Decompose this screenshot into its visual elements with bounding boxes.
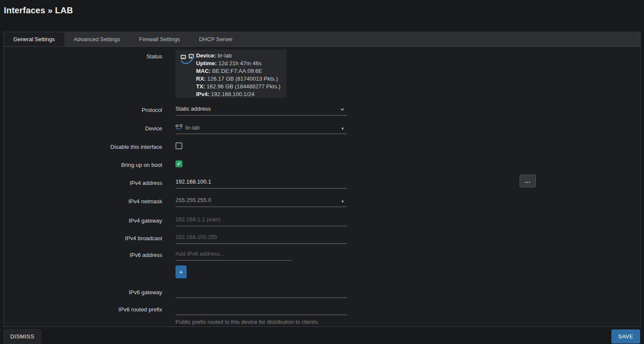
settings-tabbar: General Settings Advanced Settings Firew… <box>4 32 640 47</box>
status-uptime-value: 12d 21h 47m 46s <box>218 60 261 66</box>
tab-dhcp-server[interactable]: DHCP Server <box>190 32 242 46</box>
status-label: Status <box>4 53 162 60</box>
tab-general-settings[interactable]: General Settings <box>4 32 64 46</box>
ipv4-gateway-label: IPv4 gateway <box>4 217 162 224</box>
ipv4-broadcast-input[interactable] <box>175 233 347 244</box>
general-settings-panel: Status Device: br-lab Uptime: 12d 21h 47… <box>4 47 640 326</box>
ipv4-netmask-selected-value: 255.255.255.0 <box>175 197 211 203</box>
check-icon: ✓ <box>177 143 181 149</box>
status-mac-value: BE:DE:F7:AA:09:6E <box>212 68 262 74</box>
page-title: Interfaces » LAB <box>4 6 73 15</box>
status-ipv4-label: IPv4: <box>196 91 209 97</box>
ipv4-netmask-label: IPv4 netmask <box>4 198 162 205</box>
ipv6-routed-prefix-hint: Public prefix routed to this device for … <box>175 319 347 325</box>
tab-firewall-settings[interactable]: Firewall Settings <box>130 32 189 46</box>
status-rx-label: RX: <box>196 75 206 82</box>
status-ipv4-value: 192.168.100.1/24 <box>211 91 254 97</box>
status-rx: RX: 126.17 GB (81740013 Pkts.) <box>196 75 283 83</box>
status-tx: TX: 162.96 GB (184488277 Pkts.) <box>196 83 283 91</box>
chevron-down-icon <box>339 106 345 114</box>
status-device: Device: br-lab <box>196 52 283 60</box>
status-tx-label: TX: <box>196 83 205 90</box>
status-uptime-label: Uptime: <box>196 60 217 66</box>
caret-down-icon: ▼ <box>341 125 345 132</box>
ipv4-address-more-button[interactable]: ... <box>520 175 536 187</box>
caret-down-icon: ▼ <box>341 198 345 205</box>
bridge-device-icon <box>180 53 195 67</box>
ipv6-address-input[interactable] <box>175 250 291 261</box>
check-icon: ✓ <box>177 161 181 167</box>
device-label: Device <box>4 125 162 132</box>
protocol-label: Protocol <box>4 106 162 114</box>
device-selected-value: br-lab <box>185 124 200 131</box>
bridge-device-icon-small <box>175 124 183 132</box>
protocol-selected-value: Static address <box>175 106 211 112</box>
ipv6-address-add-button[interactable]: + <box>175 266 187 278</box>
device-select[interactable]: br-lab ▼ <box>175 123 347 134</box>
tab-advanced-settings[interactable]: Advanced Settings <box>64 32 130 46</box>
ipv4-broadcast-label: IPv4 broadcast <box>4 235 162 242</box>
ipv6-routed-prefix-input[interactable] <box>175 304 347 315</box>
ipv6-gateway-label: IPv6 gateway <box>4 289 162 296</box>
status-mac-label: MAC: <box>196 68 211 74</box>
status-uptime: Uptime: 12d 21h 47m 46s <box>196 60 283 67</box>
protocol-select[interactable]: Static address <box>175 105 347 116</box>
ipv6-routed-prefix-label: IPv6 routed prefix <box>4 306 162 313</box>
ipv4-gateway-input[interactable] <box>175 215 347 226</box>
ipv6-gateway-input[interactable] <box>175 287 347 298</box>
disable-interface-checkbox[interactable]: ✓ <box>175 142 182 149</box>
bring-up-on-boot-checkbox[interactable]: ✓ <box>175 160 182 167</box>
status-mac: MAC: BE:DE:F7:AA:09:6E <box>196 67 283 75</box>
interface-status-box: Device: br-lab Uptime: 12d 21h 47m 46s M… <box>175 50 287 98</box>
status-device-value: br-lab <box>218 52 232 59</box>
dismiss-button[interactable]: DISMISS <box>3 329 41 344</box>
ipv4-address-input[interactable] <box>175 178 347 189</box>
status-rx-value: 126.17 GB (81740013 Pkts.) <box>207 75 278 82</box>
disable-interface-label: Disable this interface <box>4 143 162 151</box>
bring-up-on-boot-label: Bring up on boot <box>4 161 162 169</box>
ipv4-netmask-select[interactable]: 255.255.255.0 ▼ <box>175 196 347 207</box>
status-device-label: Device: <box>196 52 216 59</box>
ipv6-address-label: IPv6 address <box>4 251 162 259</box>
ipv4-address-label: IPv4 address <box>4 179 162 187</box>
interface-edit-dialog: General Settings Advanced Settings Firew… <box>3 32 641 327</box>
status-ipv4: IPv4: 192.168.100.1/24 <box>196 91 283 98</box>
status-tx-value: 162.96 GB (184488277 Pkts.) <box>207 83 281 90</box>
save-button[interactable]: SAVE <box>611 329 640 344</box>
